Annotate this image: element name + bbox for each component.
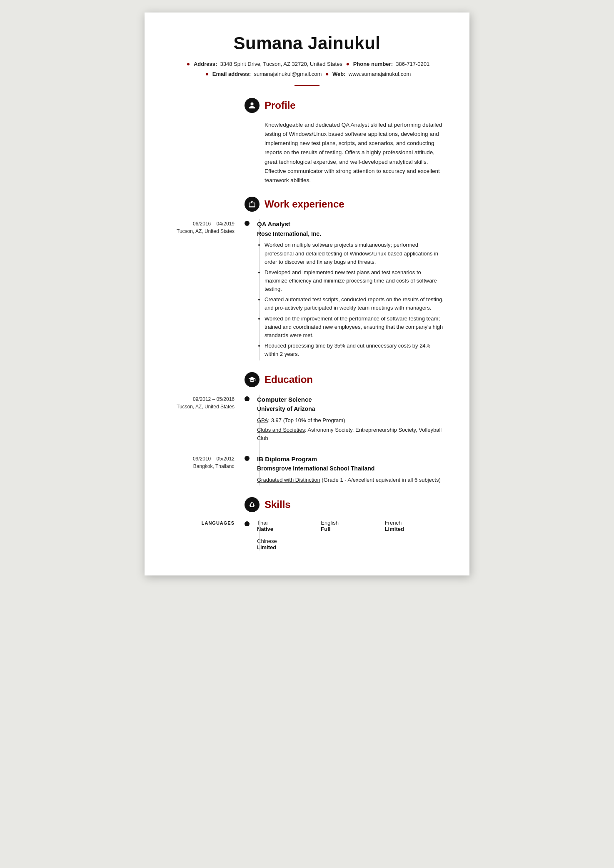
work-entry-location-0: Tucson, AZ, United States [170, 228, 235, 235]
work-entry-0: 06/2016 – 04/2019 Tucson, AZ, United Sta… [170, 219, 444, 360]
languages-label: LANGUAGES [170, 520, 245, 550]
education-title: Education [265, 374, 313, 385]
email-label: Email address: [212, 71, 251, 77]
lang-thai: ThaiNative [257, 520, 317, 532]
email-value: sumanajainukul@gmail.com [254, 71, 322, 77]
edu-entry-date-1: 09/2010 – 05/2012 [170, 455, 235, 463]
edu-gpa-0: GPA: 3.97 (Top 10% of the Program) [257, 416, 444, 425]
lang-english-level: Full [321, 526, 380, 532]
lang-french-level: Limited [385, 526, 444, 532]
address-value: 3348 Spirit Drive, Tucson, AZ 32720, Uni… [220, 61, 342, 67]
edu-entry-location-0: Tucson, AZ, United States [170, 403, 235, 410]
profile-section: Profile Knowledgeable and dedicated QA A… [170, 98, 444, 185]
education-section: Education 09/2012 – 05/2016 Tucson, AZ, … [170, 372, 444, 485]
phone-label: Phone number: [353, 61, 393, 67]
work-entry-content-0: QA Analyst Rose International, Inc. Work… [250, 219, 444, 360]
work-experience-header: Work experience [245, 197, 444, 212]
edu-school-1: Bromsgrove International School Thailand [257, 464, 444, 473]
languages-grid: ThaiNative EnglishFull FrenchLimited Chi… [250, 520, 444, 550]
work-company-0: Rose International, Inc. [257, 230, 444, 239]
edu-entry-dot-0 [245, 396, 250, 401]
full-name: Sumana Jainukul [170, 33, 444, 53]
address-label: Address: [194, 61, 217, 67]
work-experience-title: Work experience [265, 198, 344, 210]
work-entry-dot-0 [245, 221, 250, 226]
edu-entry-date-0: 09/2012 – 05/2016 [170, 395, 235, 403]
work-icon [245, 197, 260, 212]
edu-entry-0: 09/2012 – 05/2016 Tucson, AZ, United Sta… [170, 395, 444, 444]
contact-info: ● Address: 3348 Spirit Drive, Tucson, AZ… [170, 59, 444, 79]
profile-title: Profile [265, 100, 296, 111]
lang-english: EnglishFull [321, 520, 380, 532]
profile-text: Knowledgeable and dedicated QA Analyst s… [265, 120, 444, 185]
header-divider [295, 85, 319, 86]
work-bullet-0-1: Developed and implemented new test plans… [265, 268, 444, 293]
work-entry-meta-0: 06/2016 – 04/2019 Tucson, AZ, United Sta… [170, 219, 245, 360]
lang-thai-level: Native [257, 526, 317, 532]
work-experience-section: Work experience 06/2016 – 04/2019 Tucson… [170, 197, 444, 360]
edu-degree-1: IB Diploma Program [257, 454, 444, 464]
languages-row: LANGUAGES ThaiNative EnglishFull FrenchL… [170, 520, 444, 550]
lang-french: FrenchLimited [385, 520, 444, 532]
lang-chinese: ChineseLimited [257, 538, 317, 550]
edu-entry-1: 09/2010 – 05/2012 Bangkok, Thailand IB D… [170, 454, 444, 485]
skills-icon [245, 497, 260, 512]
edu-clubs-0: Clubs and Societies: Astronomy Society, … [257, 426, 444, 443]
phone-value: 386-717-0201 [396, 61, 429, 67]
lang-chinese-level: Limited [257, 544, 317, 550]
skills-section: Skills LANGUAGES ThaiNative EnglishFull … [170, 497, 444, 550]
education-header: Education [245, 372, 444, 387]
work-job-title-0: QA Analyst [257, 219, 444, 229]
work-bullet-0-3: Worked on the improvement of the perform… [265, 315, 444, 340]
work-bullets-0: Worked on multiple software projects sim… [257, 241, 444, 358]
edu-degree-0: Computer Science [257, 395, 444, 404]
edu-entry-location-1: Bangkok, Thailand [170, 463, 235, 470]
skills-title: Skills [265, 499, 291, 510]
work-bullet-0-4: Reduced processing time by 35% and cut u… [265, 342, 444, 358]
skills-header: Skills [245, 497, 444, 512]
work-entry-date-0: 06/2016 – 04/2019 [170, 220, 235, 228]
timeline-line-skills [259, 520, 260, 550]
edu-distinction-1: Graduated with Distinction (Grade 1 - A/… [257, 476, 444, 484]
edu-entry-meta-1: 09/2010 – 05/2012 Bangkok, Thailand [170, 454, 245, 485]
header-section: Sumana Jainukul ● Address: 3348 Spirit D… [170, 33, 444, 86]
edu-entry-dot-1 [245, 456, 250, 461]
profile-icon [245, 98, 260, 113]
edu-entry-content-1: IB Diploma Program Bromsgrove Internatio… [250, 454, 444, 485]
profile-header: Profile [245, 98, 444, 113]
work-bullet-0-2: Created automated test scripts, conducte… [265, 295, 444, 312]
web-value: www.sumanajainukul.com [349, 71, 411, 77]
resume-page: Sumana Jainukul ● Address: 3348 Spirit D… [145, 13, 469, 575]
edu-entry-meta-0: 09/2012 – 05/2016 Tucson, AZ, United Sta… [170, 395, 245, 444]
education-icon [245, 372, 260, 387]
edu-school-0: University of Arizona [257, 405, 444, 414]
work-bullet-0-0: Worked on multiple software projects sim… [265, 241, 444, 266]
web-label: Web: [332, 71, 346, 77]
languages-dot [245, 521, 250, 526]
edu-entry-content-0: Computer Science University of Arizona G… [250, 395, 444, 444]
